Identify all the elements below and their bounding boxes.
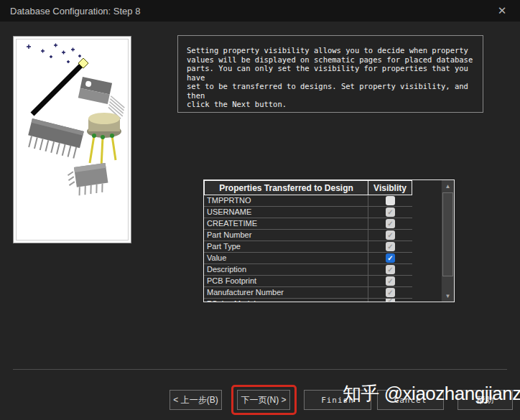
instruction-text: Setting property visibility allows you t…: [187, 46, 477, 109]
dialog-title: Database Configuration: Step 8: [0, 6, 140, 17]
visibility-cell: ✓: [368, 276, 412, 286]
property-name: Description: [204, 264, 368, 275]
database-configuration-dialog: Database Configuration: Step 8 ✕: [0, 0, 520, 420]
table-empty-area: [412, 180, 441, 302]
visibility-checkbox[interactable]: ✓: [386, 288, 395, 297]
column-header-visibility: Visiblity: [368, 180, 412, 195]
property-name: Value: [204, 253, 368, 263]
visibility-cell: [368, 195, 412, 206]
visibility-checkbox[interactable]: ✓: [386, 276, 395, 286]
property-name: USERNAME: [204, 207, 368, 218]
table-row[interactable]: TMPPRTNO: [204, 195, 412, 207]
table-row[interactable]: PCB Footprint✓: [204, 276, 412, 287]
scrollbar-thumb[interactable]: [442, 192, 453, 276]
property-name: TMPPRTNO: [204, 195, 368, 206]
property-name: PSpice Model: [204, 299, 368, 302]
visibility-cell: ✓: [368, 207, 412, 218]
cancel-button[interactable]: Cancel: [377, 390, 444, 410]
table-row[interactable]: USERNAME✓: [204, 207, 412, 218]
property-name: PCB Footprint: [204, 276, 368, 286]
properties-table: Properties Transferred to Design Visibli…: [203, 179, 455, 302]
help-button[interactable]: 帮助: [458, 390, 513, 410]
table-header: Properties Transferred to Design Visibli…: [204, 180, 412, 195]
visibility-checkbox[interactable]: ✓: [386, 299, 395, 302]
visibility-cell: ✓: [368, 218, 412, 229]
table-row[interactable]: Value✓: [204, 253, 412, 264]
visibility-cell: ✓: [368, 241, 412, 252]
table-scrollbar[interactable]: ▲ ▼: [441, 180, 454, 302]
table-row[interactable]: PSpice Model✓: [204, 299, 412, 302]
property-name: CREATETIME: [204, 218, 368, 229]
visibility-checkbox[interactable]: ✓: [386, 242, 395, 251]
visibility-cell: ✓: [368, 287, 412, 298]
property-name: Manufacturer Number: [204, 287, 368, 298]
table-body: TMPPRTNOUSERNAME✓CREATETIME✓Part Number✓…: [204, 195, 412, 302]
table-grid: Properties Transferred to Design Visibli…: [204, 180, 412, 302]
column-header-properties: Properties Transferred to Design: [204, 180, 368, 195]
components-illustration: [16, 39, 129, 241]
property-name: Part Type: [204, 241, 368, 252]
visibility-cell: ✓: [368, 264, 412, 275]
table-row[interactable]: Description✓: [204, 264, 412, 276]
finish-button[interactable]: Finish: [304, 390, 371, 410]
visibility-checkbox[interactable]: ✓: [386, 253, 395, 263]
instruction-box: Setting property visibility allows you t…: [177, 35, 483, 113]
scroll-up-icon[interactable]: ▲: [442, 181, 454, 191]
property-name: Part Number: [204, 230, 368, 241]
visibility-checkbox[interactable]: [386, 196, 395, 205]
scroll-down-icon[interactable]: ▼: [442, 291, 454, 301]
visibility-cell: ✓: [368, 230, 412, 241]
table-row[interactable]: Part Number✓: [204, 230, 412, 241]
visibility-checkbox[interactable]: ✓: [386, 265, 395, 274]
visibility-cell: ✓: [368, 299, 412, 302]
table-row[interactable]: Part Type✓: [204, 241, 412, 253]
visibility-cell: ✓: [368, 253, 412, 263]
visibility-checkbox[interactable]: ✓: [386, 219, 395, 228]
visibility-checkbox[interactable]: ✓: [386, 230, 395, 240]
component-image-panel: [13, 36, 131, 243]
table-row[interactable]: Manufacturer Number✓: [204, 287, 412, 299]
title-bar: Database Configuration: Step 8 ✕: [0, 0, 520, 22]
footer-separator: [13, 369, 507, 370]
next-button[interactable]: 下一页(N) >: [237, 390, 290, 410]
back-button[interactable]: < 上一步(B): [170, 390, 222, 410]
table-row[interactable]: CREATETIME✓: [204, 218, 412, 230]
close-icon[interactable]: ✕: [491, 0, 513, 22]
visibility-checkbox[interactable]: ✓: [386, 207, 395, 217]
